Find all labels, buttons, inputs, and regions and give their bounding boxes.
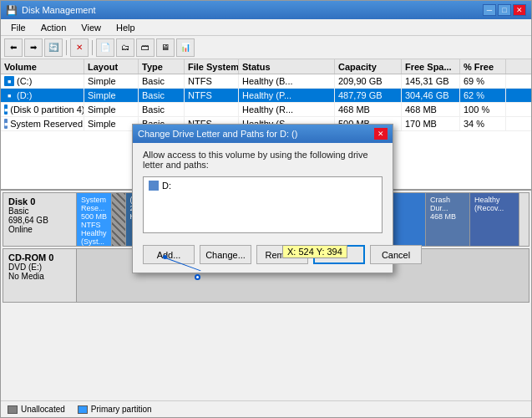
td-capacity-2: 468 MB: [335, 103, 402, 116]
col-header-capacity: Capacity: [335, 59, 402, 74]
disk-label-cdrom: CD-ROM 0 DVD (E:) No Media: [3, 249, 77, 302]
disk-sublabel-cdrom: DVD (E:): [8, 263, 71, 272]
disk-seg-unalloc-1[interactable]: [112, 193, 125, 246]
td-volume-1: ■(D:): [1, 89, 84, 102]
col-header-pct: % Free: [460, 59, 506, 74]
td-volume-3: ■System Reserved: [1, 117, 84, 130]
td-pct-3: 34 %: [460, 117, 506, 130]
toolbar-sep-2: [92, 40, 93, 55]
col-header-status: Status: [239, 59, 335, 74]
drive-icon: [149, 181, 159, 191]
td-fs-1: NTFS: [185, 89, 239, 102]
legend-label-primary: Primary partition: [91, 405, 152, 414]
td-pct-2: 100 %: [460, 103, 506, 116]
toolbar-btn-9[interactable]: 📊: [176, 38, 195, 57]
td-layout-2: Simple: [84, 103, 139, 116]
td-volume-0: ■(C:): [1, 74, 84, 88]
td-pct-0: 69 %: [460, 74, 506, 88]
toolbar-sep-1: [66, 40, 67, 55]
td-status-2: Healthy (R...: [239, 103, 335, 116]
vol-icon-1: ■: [4, 90, 14, 100]
toolbar-btn-4[interactable]: ✕: [70, 38, 89, 57]
td-fs-0: NTFS: [185, 74, 239, 88]
add-button[interactable]: Add...: [143, 245, 195, 264]
disk-seg-recover[interactable]: Healthy (Recov...: [470, 193, 519, 246]
title-bar-controls: ─ □ ✕: [483, 4, 526, 16]
toolbar-btn-5[interactable]: 📄: [96, 38, 114, 57]
toolbar-btn-6[interactable]: 🗂: [116, 38, 134, 57]
seg-detail: 500 MB NTFS: [81, 212, 107, 229]
maximize-button[interactable]: □: [498, 4, 511, 16]
legend-box-primary: [78, 405, 88, 414]
dialog-title-bar: Change Drive Letter and Paths for D: () …: [133, 125, 393, 143]
cancel-button[interactable]: Cancel: [370, 245, 422, 264]
td-fs-2: [185, 103, 239, 116]
toolbar-btn-8[interactable]: 🖥: [156, 38, 175, 57]
td-status-0: Healthy (B...: [239, 74, 335, 88]
change-button[interactable]: Change...: [200, 245, 251, 264]
minimize-button[interactable]: ─: [483, 4, 496, 16]
td-layout-0: Simple: [84, 74, 139, 88]
disk-seg-crash[interactable]: Crash Dur... 468 MB: [426, 193, 470, 246]
close-button[interactable]: ✕: [513, 4, 526, 16]
remove-button[interactable]: Remove: [256, 245, 308, 264]
td-layout-3: Simple: [84, 117, 139, 130]
col-header-layout: Layout: [84, 59, 139, 74]
td-free-3: 170 MB: [402, 117, 460, 130]
disk-sublabel-0: Basic: [8, 206, 71, 216]
table-row[interactable]: ■(D:) Simple Basic NTFS Healthy (P... 48…: [1, 89, 531, 103]
td-pct-1: 62 %: [460, 89, 506, 102]
menu-view[interactable]: View: [74, 21, 108, 34]
seg-name: Crash Dur...: [430, 196, 465, 212]
col-header-fs: File System: [185, 59, 239, 74]
dialog-body: Allow access to this volume by using the…: [133, 143, 393, 240]
disk-status-cdrom: No Media: [8, 272, 71, 281]
col-header-volume: Volume: [1, 59, 84, 74]
disk-seg-sysreserved[interactable]: System Rese... 500 MB NTFS Healthy (Syst…: [77, 193, 112, 246]
legend-box-unallocated: [8, 405, 18, 414]
title-bar: 💾 Disk Management ─ □ ✕: [1, 1, 531, 19]
dialog-listbox[interactable]: D:: [143, 176, 383, 233]
td-capacity-0: 209,90 GB: [335, 74, 402, 88]
ok-button[interactable]: OK: [313, 245, 365, 264]
dialog-change-drive-letter: Change Drive Letter and Paths for D: () …: [132, 124, 393, 273]
td-type-0: Basic: [139, 74, 185, 88]
toolbar-btn-3[interactable]: 🔄: [44, 38, 63, 57]
table-header: Volume Layout Type File System Status Ca…: [1, 59, 531, 74]
disk-size-0: 698,64 GB: [8, 216, 71, 225]
table-row[interactable]: ■(C:) Simple Basic NTFS Healthy (B... 20…: [1, 74, 531, 89]
col-header-free: Free Spa...: [402, 59, 460, 74]
listbox-item-label: D:: [162, 181, 171, 191]
td-type-1: Basic: [139, 89, 185, 102]
title-bar-icon: 💾: [6, 5, 18, 16]
menu-action[interactable]: Action: [34, 21, 73, 34]
disk-name-cdrom: CD-ROM 0: [8, 252, 71, 263]
title-bar-left: 💾 Disk Management: [6, 5, 96, 16]
disk-name-0: Disk 0: [8, 196, 71, 206]
listbox-item-d[interactable]: D:: [146, 180, 379, 191]
dialog-close-button[interactable]: ✕: [374, 128, 388, 140]
td-layout-1: Simple: [84, 89, 139, 102]
table-row[interactable]: ■(Disk 0 partition 4) Simple Basic Healt…: [1, 103, 531, 117]
seg-name: System Rese...: [81, 196, 107, 212]
legend-label-unallocated: Unallocated: [21, 405, 65, 414]
col-header-type: Type: [139, 59, 185, 74]
td-free-2: 468 MB: [402, 103, 460, 116]
seg-detail: 468 MB: [430, 212, 465, 221]
title-bar-title: Disk Management: [22, 5, 96, 15]
vol-icon-3: ■: [4, 119, 8, 129]
dialog-buttons: Add... Change... Remove OK Cancel: [133, 240, 393, 273]
td-status-1: Healthy (P...: [239, 89, 335, 102]
disk-label-0: Disk 0 Basic 698,64 GB Online: [3, 193, 77, 246]
menu-file[interactable]: File: [4, 21, 33, 34]
vol-icon-0: ■: [4, 76, 14, 86]
menu-help[interactable]: Help: [109, 21, 142, 34]
toolbar-btn-2[interactable]: ➡: [24, 38, 43, 57]
toolbar-btn-1[interactable]: ⬅: [4, 38, 23, 57]
table-body: ■(C:) Simple Basic NTFS Healthy (B... 20…: [1, 74, 531, 131]
legend-unallocated: Unallocated: [8, 405, 65, 414]
disk-scrollbar-0[interactable]: [519, 193, 529, 246]
td-free-0: 145,31 GB: [402, 74, 460, 88]
seg-name: Healthy (Recov...: [474, 196, 514, 212]
toolbar-btn-7[interactable]: 🗃: [136, 38, 155, 57]
